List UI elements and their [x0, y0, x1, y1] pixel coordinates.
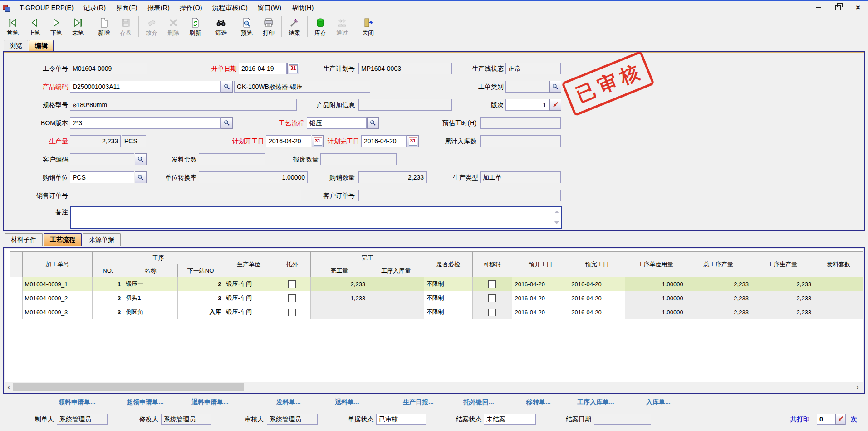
view-tab-browse[interactable]: 浏览 [4, 40, 28, 51]
cell-wo[interactable]: M01604-0009_3 [22, 305, 93, 319]
customer-order-no-field[interactable] [358, 190, 561, 201]
link-issue-doc[interactable]: 发料单... [276, 397, 301, 407]
cell-issue_sets[interactable] [814, 277, 863, 291]
link-pick-request[interactable]: 领料申请单... [59, 397, 96, 407]
toolbar-button-nav-prev[interactable]: 上笔 [24, 15, 45, 39]
cell-pre_finish[interactable]: 2016-04-20 [569, 277, 625, 291]
menu-item-3[interactable]: 报表(R) [142, 2, 175, 13]
link-over-pick-request[interactable]: 超领申请单... [127, 397, 164, 407]
cell-transferable[interactable] [472, 291, 512, 305]
cell-total_output[interactable]: 2,233 [686, 305, 751, 319]
detail-tab-materials[interactable]: 材料子件 [5, 233, 43, 246]
cell-total_output[interactable]: 2,233 [686, 291, 751, 305]
restore-button[interactable] [834, 4, 842, 11]
print-count-spinner-button[interactable] [835, 414, 845, 425]
minimize-button[interactable] [814, 4, 822, 11]
cell-next[interactable]: 2 [177, 277, 224, 291]
toolbar-button-printer[interactable]: 打印 [258, 15, 280, 39]
link-inbound-doc[interactable]: 入库单... [646, 397, 671, 407]
toolbar-button-inventory[interactable]: 库存 [309, 15, 331, 39]
cell-unit[interactable]: 锻压-车间 [224, 291, 274, 305]
cell-in_qty[interactable] [368, 291, 424, 305]
remark-textarea[interactable] [70, 206, 562, 229]
scroll-left-arrow[interactable]: ‹ [5, 382, 13, 392]
toolbar-button-refresh[interactable]: 刷新 [184, 15, 206, 39]
toolbar-button-new-doc[interactable]: 新增 [93, 15, 115, 39]
cell-outsource[interactable] [274, 277, 311, 291]
transferable-checkbox[interactable] [488, 294, 496, 302]
transferable-checkbox[interactable] [488, 309, 496, 316]
scrap-qty-field[interactable] [320, 153, 397, 165]
product-name-field[interactable]: GK-100WB散热器-锻压 [234, 81, 370, 93]
cell-pre_finish[interactable]: 2016-04-20 [569, 305, 625, 319]
link-return-request[interactable]: 退料申请单... [191, 397, 229, 407]
cell-outsource[interactable] [274, 291, 311, 305]
cell-name[interactable]: 切头1 [123, 291, 177, 305]
cell-pre_start[interactable]: 2016-04-20 [512, 305, 569, 319]
cell-name[interactable]: 锻压一 [123, 277, 177, 291]
cell-done_qty[interactable]: 2,233 [311, 277, 368, 291]
cell-issue_sets[interactable] [814, 291, 863, 305]
menu-item-5[interactable]: 流程审核(C) [207, 2, 253, 13]
cell-outsource[interactable] [274, 305, 311, 319]
cell-next[interactable]: 入库 [177, 305, 224, 319]
cell-wo[interactable]: M01604-0009_2 [22, 291, 93, 305]
link-step-inbound-doc[interactable]: 工序入库单... [577, 397, 614, 407]
cell-must_check[interactable]: 不限制 [424, 277, 472, 291]
link-return-doc[interactable]: 退料单... [335, 397, 359, 407]
cell-no[interactable]: 1 [93, 277, 123, 291]
cell-transferable[interactable] [472, 277, 512, 291]
prod-type-field[interactable]: 加工单 [480, 171, 561, 183]
menu-item-1[interactable]: 记录(R) [78, 2, 111, 13]
cell-next[interactable]: 3 [177, 291, 224, 305]
outsource-checkbox[interactable] [288, 294, 296, 302]
est-hours-field[interactable] [480, 117, 561, 129]
toolbar-button-exit-door[interactable]: 关闭 [357, 15, 379, 39]
cell-in_qty[interactable] [368, 277, 424, 291]
scroll-right-arrow[interactable]: › [853, 382, 862, 392]
toolbar-button-nav-first[interactable]: 首笔 [2, 15, 24, 39]
cell-pre_finish[interactable]: 2016-04-20 [569, 291, 625, 305]
view-tab-edit[interactable]: 编辑 [29, 40, 54, 51]
toolbar-button-nav-last[interactable]: 末笔 [67, 15, 89, 39]
wo-category-field[interactable] [505, 81, 549, 93]
total-in-qty-field[interactable] [480, 135, 561, 147]
wo-category-lookup-button[interactable] [549, 81, 561, 93]
cell-must_check[interactable]: 不限制 [424, 305, 472, 319]
cell-no[interactable]: 2 [93, 291, 123, 305]
detail-tab-source-docs[interactable]: 来源单据 [83, 233, 121, 246]
revision-field[interactable]: 1 [505, 99, 549, 111]
prod-qty-field[interactable]: 2,233 [70, 135, 121, 147]
product-code-field[interactable]: D250001003A11 [70, 81, 221, 93]
menu-item-4[interactable]: 操作(O) [175, 2, 207, 13]
cell-done_qty[interactable] [311, 305, 368, 319]
close-button[interactable]: × [854, 4, 862, 11]
toolbar-button-close-case[interactable]: 结案 [284, 15, 305, 39]
cell-transferable[interactable] [472, 305, 512, 319]
transferable-checkbox[interactable] [488, 280, 496, 288]
link-transfer-doc[interactable]: 移转单... [526, 397, 551, 407]
toolbar-button-nav-next[interactable]: 下笔 [45, 15, 67, 39]
menu-item-2[interactable]: 界面(F) [111, 2, 142, 13]
cell-wo[interactable]: M01604-0009_1 [22, 277, 93, 291]
menu-item-7[interactable]: 帮助(H) [286, 2, 319, 13]
cell-no[interactable]: 3 [93, 305, 123, 319]
cell-pre_start[interactable]: 2016-04-20 [512, 291, 569, 305]
menu-item-0[interactable]: T-GROUP ERP(E) [15, 2, 78, 13]
cell-unit_usage[interactable]: 1.00000 [625, 305, 686, 319]
cell-name[interactable]: 倒圆角 [123, 305, 177, 319]
cell-step_output[interactable]: 2,233 [751, 277, 814, 291]
product-code-lookup-button[interactable] [221, 81, 233, 93]
toolbar-button-binoculars[interactable]: 筛选 [210, 15, 232, 39]
detail-tab-process-route[interactable]: 工艺流程 [44, 233, 82, 246]
cell-issue_sets[interactable] [814, 305, 863, 319]
outsource-checkbox[interactable] [288, 280, 296, 288]
cell-in_qty[interactable] [368, 305, 424, 319]
outsource-checkbox[interactable] [288, 309, 296, 316]
cell-unit[interactable]: 锻压-车间 [224, 305, 274, 319]
scroll-thumb[interactable] [13, 383, 244, 391]
link-production-daily[interactable]: 生产日报... [403, 397, 434, 407]
cell-must_check[interactable]: 不限制 [424, 291, 472, 305]
scroll-up-icon[interactable] [554, 211, 559, 213]
cell-done_qty[interactable]: 1,233 [311, 291, 368, 305]
